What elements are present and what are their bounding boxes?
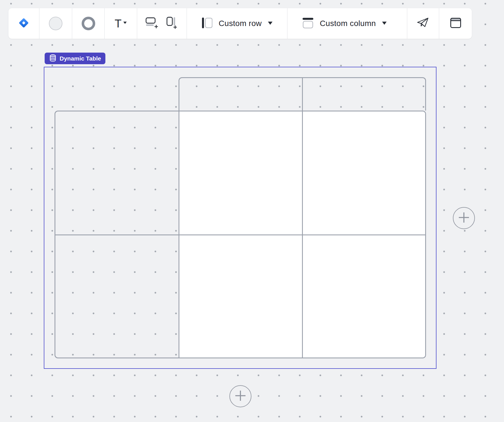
toolbar-section-custom-column: Custom column [288, 8, 407, 39]
database-icon [49, 54, 57, 63]
badge-label: Dynamic Table [60, 55, 101, 62]
add-row-button[interactable] [145, 8, 158, 39]
toolbar-section-ring [72, 8, 105, 39]
table-body [55, 111, 426, 358]
circle-outline-icon [49, 17, 62, 30]
custom-column-dropdown[interactable]: Custom column [288, 8, 407, 39]
text-tool-button[interactable]: T [105, 8, 137, 39]
add-row-plus-button[interactable] [229, 385, 251, 407]
body-cell-r2c1[interactable] [55, 235, 179, 358]
toolbar-section-send [407, 8, 439, 39]
add-column-icon [166, 17, 178, 30]
toolbar-section-circle [40, 8, 72, 39]
body-cell-r2c3[interactable] [303, 235, 425, 358]
text-tool-glyph: T [115, 18, 121, 29]
ring-tool-button[interactable] [72, 8, 104, 39]
body-cell-r1c3[interactable] [303, 111, 425, 235]
window-panel-button[interactable] [439, 8, 472, 39]
custom-row-icon [202, 17, 212, 30]
body-cell-r2c2[interactable] [179, 235, 303, 358]
toolbar-section-text: T [105, 8, 137, 39]
add-column-plus-button[interactable] [453, 207, 475, 229]
toolbar-section-add [137, 8, 187, 39]
chevron-down-icon [123, 20, 127, 25]
custom-row-dropdown[interactable]: Custom row [187, 8, 287, 39]
custom-column-label: Custom column [320, 19, 376, 28]
body-cell-r1c2[interactable] [179, 111, 303, 235]
chevron-down-icon [382, 21, 387, 26]
header-cell-2[interactable] [303, 78, 425, 111]
whiteboard-canvas[interactable]: T [0, 0, 504, 422]
custom-row-label: Custom row [219, 19, 262, 28]
plus-icon [235, 390, 246, 402]
window-icon [450, 17, 461, 30]
plus-icon [458, 212, 470, 224]
toolbar-section-diamond [8, 8, 40, 39]
send-icon [417, 17, 430, 30]
jira-diamond-icon [18, 17, 29, 30]
body-cell-r1c1[interactable] [55, 111, 179, 235]
circle-tool-button[interactable] [40, 8, 72, 39]
toolbar-section-custom-row: Custom row [187, 8, 288, 39]
add-column-button[interactable] [166, 8, 178, 39]
add-row-icon [145, 17, 158, 30]
header-cell-1[interactable] [179, 78, 303, 111]
send-button[interactable] [407, 8, 439, 39]
chevron-down-icon [268, 21, 273, 26]
diamond-shape-button[interactable] [8, 8, 39, 39]
toolbar-section-window [439, 8, 472, 39]
ring-icon [82, 17, 95, 30]
dynamic-table-badge[interactable]: Dynamic Table [45, 53, 105, 64]
toolbar: T [8, 8, 472, 39]
custom-column-icon [302, 17, 314, 30]
table-header-row [179, 77, 426, 111]
